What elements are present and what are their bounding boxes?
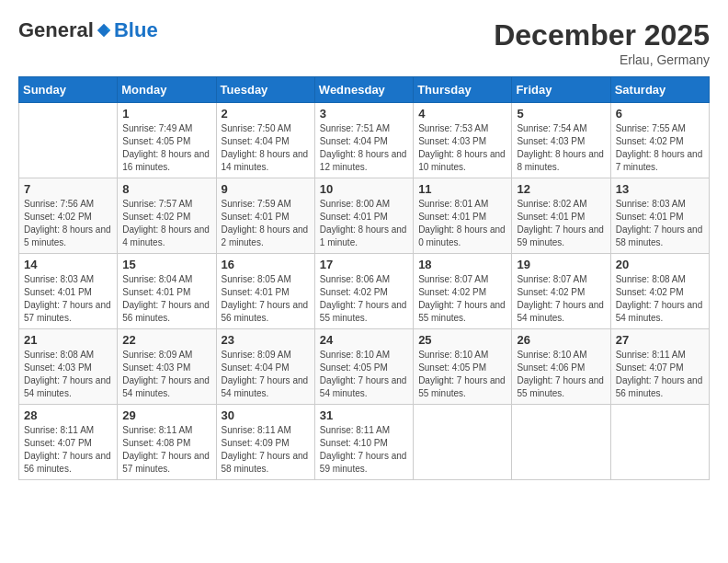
calendar-week-row: 21Sunrise: 8:08 AMSunset: 4:03 PMDayligh… xyxy=(19,329,710,405)
page-header: GeneralBlue December 2025 Erlau, Germany xyxy=(18,18,710,67)
calendar-cell xyxy=(414,405,512,480)
calendar-cell: 26Sunrise: 8:10 AMSunset: 4:06 PMDayligh… xyxy=(512,329,610,405)
day-number: 13 xyxy=(616,182,704,196)
day-number: 12 xyxy=(517,182,605,196)
calendar-cell: 17Sunrise: 8:06 AMSunset: 4:02 PMDayligh… xyxy=(314,254,413,329)
calendar-cell: 8Sunrise: 7:57 AMSunset: 4:02 PMDaylight… xyxy=(118,178,216,254)
day-info: Sunrise: 8:06 AMSunset: 4:02 PMDaylight:… xyxy=(320,273,408,325)
calendar-cell: 1Sunrise: 7:49 AMSunset: 4:05 PMDaylight… xyxy=(118,103,216,178)
day-info: Sunrise: 8:07 AMSunset: 4:02 PMDaylight:… xyxy=(418,273,506,325)
logo-blue-text: Blue xyxy=(114,18,158,42)
day-info: Sunrise: 8:11 AMSunset: 4:10 PMDaylight:… xyxy=(320,424,408,476)
day-info: Sunrise: 8:08 AMSunset: 4:03 PMDaylight:… xyxy=(24,349,112,400)
calendar-cell xyxy=(19,103,118,178)
calendar-cell: 18Sunrise: 8:07 AMSunset: 4:02 PMDayligh… xyxy=(414,254,512,329)
calendar-table: SundayMondayTuesdayWednesdayThursdayFrid… xyxy=(18,76,710,480)
calendar-cell: 20Sunrise: 8:08 AMSunset: 4:02 PMDayligh… xyxy=(610,254,709,329)
day-number: 5 xyxy=(517,107,605,121)
day-number: 2 xyxy=(222,107,310,121)
logo: GeneralBlue xyxy=(18,18,158,42)
day-info: Sunrise: 7:56 AMSunset: 4:02 PMDaylight:… xyxy=(24,198,112,249)
calendar-cell: 19Sunrise: 8:07 AMSunset: 4:02 PMDayligh… xyxy=(512,254,610,329)
day-number: 18 xyxy=(418,258,506,271)
calendar-cell: 25Sunrise: 8:10 AMSunset: 4:05 PMDayligh… xyxy=(414,329,512,405)
day-number: 8 xyxy=(122,182,210,196)
day-number: 1 xyxy=(122,107,210,121)
calendar-cell: 13Sunrise: 8:03 AMSunset: 4:01 PMDayligh… xyxy=(610,178,709,254)
day-info: Sunrise: 8:11 AMSunset: 4:07 PMDaylight:… xyxy=(616,349,704,400)
calendar-week-row: 7Sunrise: 7:56 AMSunset: 4:02 PMDaylight… xyxy=(19,178,710,254)
weekday-header-monday: Monday xyxy=(118,77,216,103)
calendar-cell: 14Sunrise: 8:03 AMSunset: 4:01 PMDayligh… xyxy=(19,254,118,329)
day-number: 7 xyxy=(24,182,112,196)
day-info: Sunrise: 8:11 AMSunset: 4:07 PMDaylight:… xyxy=(24,424,112,476)
day-info: Sunrise: 8:04 AMSunset: 4:01 PMDaylight:… xyxy=(122,273,210,325)
day-number: 6 xyxy=(616,107,704,121)
calendar-cell: 21Sunrise: 8:08 AMSunset: 4:03 PMDayligh… xyxy=(19,329,118,405)
day-info: Sunrise: 8:10 AMSunset: 4:05 PMDaylight:… xyxy=(320,349,408,400)
calendar-cell: 5Sunrise: 7:54 AMSunset: 4:03 PMDaylight… xyxy=(512,103,610,178)
day-info: Sunrise: 8:11 AMSunset: 4:08 PMDaylight:… xyxy=(122,424,210,476)
day-number: 31 xyxy=(320,408,408,422)
day-number: 23 xyxy=(222,333,310,347)
logo-icon xyxy=(96,22,112,39)
day-number: 29 xyxy=(122,408,210,422)
day-info: Sunrise: 8:10 AMSunset: 4:05 PMDaylight:… xyxy=(418,349,506,400)
day-info: Sunrise: 8:10 AMSunset: 4:06 PMDaylight:… xyxy=(517,349,605,400)
calendar-cell xyxy=(610,405,709,480)
calendar-cell: 30Sunrise: 8:11 AMSunset: 4:09 PMDayligh… xyxy=(216,405,314,480)
day-number: 25 xyxy=(418,333,506,347)
day-info: Sunrise: 8:02 AMSunset: 4:01 PMDaylight:… xyxy=(517,198,605,249)
calendar-week-row: 14Sunrise: 8:03 AMSunset: 4:01 PMDayligh… xyxy=(19,254,710,329)
calendar-cell: 2Sunrise: 7:50 AMSunset: 4:04 PMDaylight… xyxy=(216,103,314,178)
calendar-cell: 3Sunrise: 7:51 AMSunset: 4:04 PMDaylight… xyxy=(314,103,413,178)
day-info: Sunrise: 8:11 AMSunset: 4:09 PMDaylight:… xyxy=(222,424,310,476)
day-info: Sunrise: 7:53 AMSunset: 4:03 PMDaylight:… xyxy=(418,122,506,174)
day-info: Sunrise: 7:54 AMSunset: 4:03 PMDaylight:… xyxy=(517,122,605,174)
day-info: Sunrise: 7:59 AMSunset: 4:01 PMDaylight:… xyxy=(222,198,310,249)
calendar-cell xyxy=(512,405,610,480)
day-number: 26 xyxy=(517,333,605,347)
calendar-cell: 24Sunrise: 8:10 AMSunset: 4:05 PMDayligh… xyxy=(314,329,413,405)
day-number: 30 xyxy=(222,408,310,422)
title-block: December 2025 Erlau, Germany xyxy=(494,18,710,67)
calendar-cell: 10Sunrise: 8:00 AMSunset: 4:01 PMDayligh… xyxy=(314,178,413,254)
day-number: 17 xyxy=(320,258,408,271)
calendar-cell: 27Sunrise: 8:11 AMSunset: 4:07 PMDayligh… xyxy=(610,329,709,405)
day-info: Sunrise: 8:00 AMSunset: 4:01 PMDaylight:… xyxy=(320,198,408,249)
weekday-header-row: SundayMondayTuesdayWednesdayThursdayFrid… xyxy=(19,77,710,103)
day-info: Sunrise: 8:09 AMSunset: 4:04 PMDaylight:… xyxy=(222,349,310,400)
day-info: Sunrise: 8:03 AMSunset: 4:01 PMDaylight:… xyxy=(24,273,112,325)
weekday-header-thursday: Thursday xyxy=(414,77,512,103)
weekday-header-sunday: Sunday xyxy=(19,77,118,103)
day-info: Sunrise: 7:55 AMSunset: 4:02 PMDaylight:… xyxy=(616,122,704,174)
day-info: Sunrise: 8:01 AMSunset: 4:01 PMDaylight:… xyxy=(418,198,506,249)
location-text: Erlau, Germany xyxy=(494,52,710,67)
day-info: Sunrise: 7:51 AMSunset: 4:04 PMDaylight:… xyxy=(320,122,408,174)
day-number: 4 xyxy=(418,107,506,121)
calendar-cell: 28Sunrise: 8:11 AMSunset: 4:07 PMDayligh… xyxy=(19,405,118,480)
day-number: 15 xyxy=(122,258,210,271)
calendar-cell: 6Sunrise: 7:55 AMSunset: 4:02 PMDaylight… xyxy=(610,103,709,178)
calendar-cell: 16Sunrise: 8:05 AMSunset: 4:01 PMDayligh… xyxy=(216,254,314,329)
day-info: Sunrise: 8:08 AMSunset: 4:02 PMDaylight:… xyxy=(616,273,704,325)
day-number: 16 xyxy=(222,258,310,271)
day-info: Sunrise: 7:57 AMSunset: 4:02 PMDaylight:… xyxy=(122,198,210,249)
calendar-cell: 9Sunrise: 7:59 AMSunset: 4:01 PMDaylight… xyxy=(216,178,314,254)
calendar-cell: 4Sunrise: 7:53 AMSunset: 4:03 PMDaylight… xyxy=(414,103,512,178)
day-number: 10 xyxy=(320,182,408,196)
day-number: 28 xyxy=(24,408,112,422)
calendar-cell: 31Sunrise: 8:11 AMSunset: 4:10 PMDayligh… xyxy=(314,405,413,480)
calendar-cell: 29Sunrise: 8:11 AMSunset: 4:08 PMDayligh… xyxy=(118,405,216,480)
weekday-header-friday: Friday xyxy=(512,77,610,103)
day-info: Sunrise: 8:05 AMSunset: 4:01 PMDaylight:… xyxy=(222,273,310,325)
weekday-header-tuesday: Tuesday xyxy=(216,77,314,103)
calendar-cell: 23Sunrise: 8:09 AMSunset: 4:04 PMDayligh… xyxy=(216,329,314,405)
day-info: Sunrise: 8:07 AMSunset: 4:02 PMDaylight:… xyxy=(517,273,605,325)
day-number: 14 xyxy=(24,258,112,271)
day-number: 11 xyxy=(418,182,506,196)
day-number: 24 xyxy=(320,333,408,347)
day-number: 9 xyxy=(222,182,310,196)
calendar-week-row: 1Sunrise: 7:49 AMSunset: 4:05 PMDaylight… xyxy=(19,103,710,178)
day-number: 22 xyxy=(122,333,210,347)
